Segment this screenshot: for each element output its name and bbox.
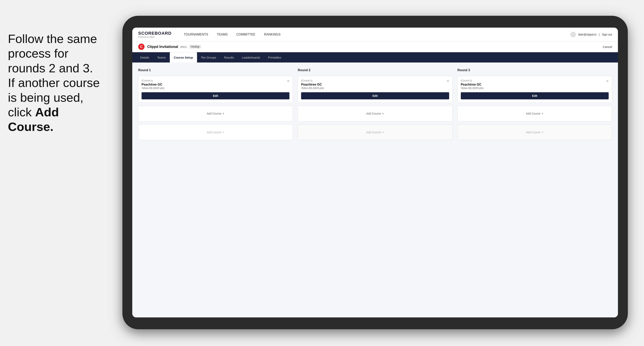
tab-results[interactable]: Results [220,52,238,62]
user-email: blair@clippd.io [578,33,596,36]
sign-out-link[interactable]: Sign out [602,33,612,36]
round-2-edit-button[interactable]: Edit [301,92,449,99]
cancel-button[interactable]: Cancel [603,45,612,48]
instruction-line3: rounds 2 and 3. [8,61,93,75]
instruction-line4: If another course [8,76,100,90]
round-1-edit-button[interactable]: Edit [142,92,290,99]
round-2-course-card: (Course A) Peachtree GC Yellow (M) (6629… [298,76,452,103]
tab-bar: Details Teams Course Setup Tee Groups Re… [132,52,618,62]
tournament-bar: C Clippd Invitational (Men) Hosting Canc… [132,41,618,52]
round-3-plus-icon-2: + [542,131,544,134]
round-3-course-label: (Course A) [461,79,484,82]
round-2-add-course-2: Add Course + [298,124,452,140]
round-3-add-course-1[interactable]: Add Course + [458,106,612,121]
round-1-course-info: (Course A) Peachtree GC Yellow (M) (6629… [142,79,164,92]
tablet-screen: SCOREBOARD Powered by clippd TOURNAMENTS… [132,28,618,317]
round-1-course-details: Yellow (M) (6629 yds) [142,87,164,90]
round-2-card-header: (Course A) Peachtree GC Yellow (M) (6629… [301,79,449,92]
round-3-card-header: (Course A) Peachtree GC Yellow (M) (6629… [461,79,609,92]
nav-tournaments[interactable]: TOURNAMENTS [180,28,212,41]
round-3-course-name: Peachtree GC [461,83,484,86]
separator: | [599,33,600,36]
nav-teams[interactable]: TEAMS [212,28,232,41]
round-1-add-course-text-1: Add Course + [207,112,224,115]
round-3-course-info: (Course A) Peachtree GC Yellow (M) (6629… [461,79,484,92]
nav-rankings[interactable]: RANKINGS [260,28,285,41]
instruction-line2: process for [8,46,68,60]
instruction-line6: click [8,105,35,119]
round-3-title: Round 3 [458,68,612,72]
logo-text: SCOREBOARD [138,31,172,36]
round-1-title: Round 1 [138,68,293,72]
round-1-course-label: (Course A) [142,79,164,82]
round-1-add-course-text-2: Add Course + [207,131,224,134]
round-2-title: Round 2 [298,68,452,72]
round-3-column: Round 3 (Course A) Peachtree GC Yellow (… [458,68,612,140]
tab-teams[interactable]: Teams [153,52,170,62]
round-2-plus-icon-2: + [382,131,384,134]
tablet-frame: SCOREBOARD Powered by clippd TOURNAMENTS… [122,16,628,329]
round-1-course-name: Peachtree GC [142,83,164,86]
round-2-course-label: (Course A) [301,79,324,82]
nav-committee[interactable]: COMMITTEE [232,28,260,41]
round-2-add-course-1[interactable]: Add Course + [298,106,452,121]
round-1-close-button[interactable]: ✕ [287,79,290,83]
round-2-add-course-text-1: Add Course + [366,112,384,115]
round-3-close-button[interactable]: ✕ [606,79,609,83]
logo-sub: Powered by clippd [138,36,172,38]
hosting-badge: Hosting [190,45,201,48]
round-3-add-course-text-2: Add Course + [526,131,544,134]
nav-right: blair@clippd.io | Sign out [570,32,612,37]
tab-details[interactable]: Details [136,52,153,62]
tournament-gender: (Men) [180,45,187,48]
instruction-line1: Follow the same [8,32,97,45]
tournament-name: Clippd Invitational [147,45,178,49]
round-3-edit-button[interactable]: Edit [461,92,609,99]
round-3-add-course-text-1: Add Course + [526,112,544,115]
round-3-plus-icon-1: + [542,112,544,115]
round-1-add-course-1[interactable]: Add Course + [138,106,293,121]
round-2-add-course-text-2: Add Course + [366,131,384,134]
round-1-card-header: (Course A) Peachtree GC Yellow (M) (6629… [142,79,290,92]
logo-area: SCOREBOARD Powered by clippd [138,31,172,38]
round-2-course-details: Yellow (M) (6629 yds) [301,87,324,90]
instruction-line5: is being used, [8,91,84,104]
round-1-course-card: (Course A) Peachtree GC Yellow (M) (6629… [138,76,293,103]
tournament-logo: C [138,44,144,50]
round-3-course-card: (Course A) Peachtree GC Yellow (M) (6629… [458,76,612,103]
round-2-plus-icon-1: + [382,112,384,115]
tab-course-setup[interactable]: Course Setup [170,52,197,62]
instruction-panel: Follow the same process for rounds 2 and… [0,28,114,138]
round-2-course-info: (Course A) Peachtree GC Yellow (M) (6629… [301,79,324,92]
tab-tee-groups[interactable]: Tee Groups [197,52,220,62]
round-2-close-button[interactable]: ✕ [446,79,449,83]
rounds-grid: Round 1 (Course A) Peachtree GC Yellow (… [138,68,612,140]
nav-links: TOURNAMENTS TEAMS COMMITTEE RANKINGS [180,28,570,41]
top-nav: SCOREBOARD Powered by clippd TOURNAMENTS… [132,28,618,41]
tab-leaderboards[interactable]: Leaderboards [238,52,264,62]
round-2-course-name: Peachtree GC [301,83,324,86]
round-3-add-course-2: Add Course + [458,124,612,140]
user-avatar [570,32,576,37]
round-1-add-course-2[interactable]: Add Course + [138,124,293,140]
tab-printables[interactable]: Printables [264,52,285,62]
main-content: Round 1 (Course A) Peachtree GC Yellow (… [132,62,618,317]
round-1-column: Round 1 (Course A) Peachtree GC Yellow (… [138,68,293,140]
round-3-course-details: Yellow (M) (6629 yds) [461,87,484,90]
round-2-column: Round 2 (Course A) Peachtree GC Yellow (… [298,68,452,140]
round-1-plus-icon-1: + [222,112,224,115]
round-1-plus-icon-2: + [222,131,224,134]
